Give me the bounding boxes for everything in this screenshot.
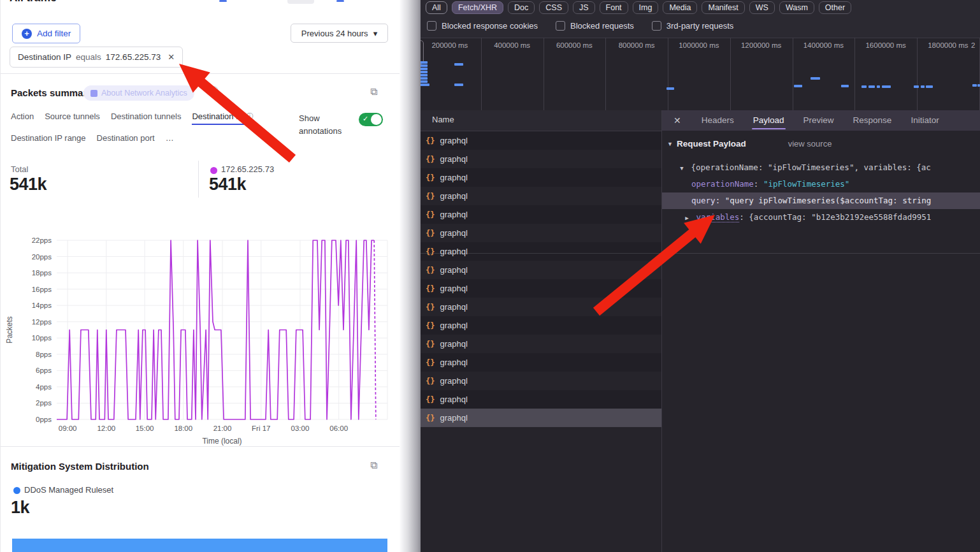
time-range-dropdown[interactable]: Previous 24 hours ▾ [291,24,388,43]
expand-card-icon[interactable]: ⧉ [370,86,377,98]
request-row[interactable]: {}graphql [421,279,661,298]
timeline-cell: 1800000 ms [917,38,980,110]
payload-query-line[interactable]: query: "query ipFlowTimeseries($accountT… [662,192,980,209]
about-network-analytics-badge[interactable]: About Network Analytics [83,85,194,101]
tab--[interactable]: … [166,133,174,147]
detail-tab-payload[interactable]: Payload [753,110,784,131]
total-stat-value: 541k [10,175,47,194]
json-braces-icon: {} [426,377,435,386]
request-name: graphql [440,395,467,404]
request-name: graphql [440,173,467,182]
detail-tab-headers[interactable]: Headers [702,110,734,131]
request-row[interactable]: {}graphql [421,168,661,187]
pill-other[interactable]: Other [819,1,851,14]
filter-chip-operator: equals [76,52,101,62]
pill-manifest[interactable]: Manifest [702,1,744,14]
checkbox-box[interactable] [427,21,436,31]
request-row[interactable]: {}graphql [421,372,661,390]
checkbox-3rd-party-requests[interactable]: 3rd-party requests [652,21,734,31]
mitigation-legend-label: DDoS Managed Ruleset [24,485,113,495]
svg-text:03:00: 03:00 [291,425,310,432]
detail-tab-bar: ✕ HeadersPayloadPreviewResponseInitiator [662,110,980,131]
section-divider [1,446,400,447]
request-name: graphql [440,302,467,312]
timeline-tick-label: 1800000 ms [917,41,979,49]
svg-text:12pps: 12pps [32,318,52,326]
svg-text:4pps: 4pps [36,383,52,391]
pill-media[interactable]: Media [663,1,697,14]
remove-filter-icon[interactable]: ✕ [168,52,175,62]
request-row[interactable]: {}graphql [421,353,661,372]
request-timing-mark [811,77,820,80]
request-row[interactable]: {}graphql [421,187,661,205]
checkbox-box[interactable] [556,21,565,31]
collapse-triangle-icon[interactable]: ▼ [677,160,686,176]
tab-source-tunnels[interactable]: Source tunnels [45,112,100,125]
payload-operation-name-line[interactable]: operationName: "ipFlowTimeseries" [662,176,980,192]
request-row[interactable]: {}graphql [421,390,661,409]
request-row[interactable]: {}graphql [421,261,661,279]
request-row[interactable]: {}graphql [421,298,661,316]
tab-destination-tunnels[interactable]: Destination tunnels [111,112,182,125]
filter-chip-field: Destination IP [18,52,71,62]
payload-summary-line[interactable]: ▼ {operationName: "ipFlowTimeseries", va… [662,159,980,176]
request-timing-mark [454,84,463,86]
payload-key[interactable]: variables [696,212,740,222]
request-timing-mark [877,85,880,88]
request-row[interactable]: {}graphql [421,242,661,261]
pill-font[interactable]: Font [600,1,628,14]
checkbox-blocked-response-cookies[interactable]: Blocked response cookies [427,21,538,31]
tab-destination-ip[interactable]: Destination IPⓘ [192,112,253,125]
filter-chip[interactable]: Destination IP equals 172.65.225.73 ✕ [10,47,183,68]
pill-wasm[interactable]: Wasm [779,1,814,14]
add-filter-label: Add filter [37,29,71,38]
pill-img[interactable]: Img [633,1,659,14]
show-annotations-toggle[interactable]: ✓ [359,113,383,126]
pill-css[interactable]: CSS [539,1,568,14]
timeline-tick-label: 400000 ms [481,41,544,49]
request-timing-mark [421,61,428,64]
checkbox-blocked-requests[interactable]: Blocked requests [556,21,634,31]
request-timing-mark [977,84,980,87]
detail-tab-preview[interactable]: Preview [803,110,834,131]
tab-destination-port[interactable]: Destination port [97,133,155,147]
timeline-cell: 1000000 ms [668,38,731,110]
mitigation-value: 1k [11,498,29,518]
detail-tab-initiator[interactable]: Initiator [911,110,939,131]
request-row[interactable]: {}graphql [421,205,661,224]
expand-triangle-icon[interactable]: ▶ [682,210,691,226]
request-timing-mark [667,87,674,90]
svg-text:12:00: 12:00 [97,425,115,432]
pill-ws[interactable]: WS [749,1,775,14]
pill-js[interactable]: JS [573,1,595,14]
request-timing-mark [421,68,428,70]
json-braces-icon: {} [426,210,435,219]
request-row[interactable]: {}graphql [421,150,661,168]
tab-destination-ip-range[interactable]: Destination IP range [11,133,86,147]
detail-tab-response[interactable]: Response [853,110,892,131]
request-row[interactable]: {}graphql [421,335,661,353]
request-row[interactable]: {}graphql [421,316,661,335]
request-name: graphql [440,321,467,330]
request-row[interactable]: {}graphql [421,224,661,242]
pill-doc[interactable]: Doc [508,1,535,14]
collapse-triangle-icon[interactable]: ▼ [667,141,673,147]
payload-variables-line[interactable]: ▶ variables: {accountTag: "b12e3b2192ee5… [662,209,980,226]
filter-checkboxes: Blocked response cookiesBlocked requests… [427,21,733,31]
name-column-header[interactable]: Name [432,115,454,124]
add-filter-button[interactable]: + Add filter [12,24,80,43]
network-overview-timeline[interactable]: 2 200000 ms400000 ms600000 ms800000 ms10… [421,38,980,111]
json-braces-icon: {} [426,192,435,201]
request-row[interactable]: {}graphql [421,131,661,150]
svg-text:09:00: 09:00 [59,425,77,432]
view-source-link[interactable]: view source [788,139,832,149]
pill-fetch-xhr[interactable]: Fetch/XHR [452,1,503,14]
request-name: graphql [440,265,467,275]
svg-text:8pps: 8pps [36,351,52,358]
pill-all[interactable]: All [426,1,447,14]
tab-action[interactable]: Action [11,112,34,125]
close-icon[interactable]: ✕ [674,115,681,126]
checkbox-box[interactable] [652,21,661,31]
request-row[interactable]: {}graphql [421,409,661,427]
expand-card-icon[interactable]: ⧉ [370,460,377,471]
